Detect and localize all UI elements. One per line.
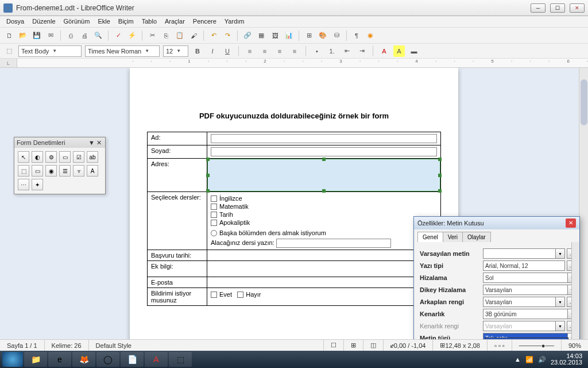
copy-icon[interactable]: ⎘ [160, 30, 172, 41]
status-insert-icon[interactable]: ⊞ [344, 340, 363, 351]
menu-edit[interactable]: Düzenle [28, 16, 59, 27]
prop-field-yazitipi[interactable]: Arial, Normal, 12 [483, 260, 565, 271]
formatted-icon[interactable]: ⬚ [18, 165, 29, 177]
checkbox-evet[interactable]: Evet [211, 291, 232, 298]
wizard-icon[interactable]: ✦ [32, 179, 43, 190]
panel-header[interactable]: Form Denetimleri ▼ ✕ [14, 137, 105, 148]
prop-field-hizalama[interactable]: Sol [483, 273, 568, 283]
task-explorer-icon[interactable]: 📁 [24, 352, 47, 367]
navigator-icon[interactable]: ⊞ [303, 30, 315, 41]
print-icon[interactable]: 🖨 [79, 30, 90, 41]
spell-icon[interactable]: ✓ [113, 30, 124, 41]
menu-file[interactable]: Dosya [2, 16, 28, 27]
new-icon[interactable]: 🗋 [3, 30, 15, 41]
tray-volume-icon[interactable]: 🔊 [538, 356, 546, 363]
table-icon[interactable]: ▦ [256, 30, 267, 41]
status-zoom-slider[interactable]: ─────●── [512, 340, 562, 351]
help-icon[interactable]: ◉ [365, 30, 376, 41]
tray-flag-icon[interactable]: ▲ [514, 356, 521, 363]
status-style[interactable]: Default Style [89, 340, 324, 351]
nonprint-icon[interactable]: ¶ [351, 30, 362, 41]
paragraph-style-combo[interactable]: Text Body▼ [18, 45, 82, 57]
close-button[interactable]: ✕ [570, 3, 585, 13]
textbox-icon[interactable]: ab [87, 151, 98, 163]
horizontal-ruler[interactable]: · · · 1 · · · 2 · · · 3 · · · 4 · · · 5 … [17, 59, 588, 67]
minimize-button[interactable]: ─ [531, 3, 546, 13]
dropdown-arrow-icon[interactable]: ▼ [556, 297, 565, 307]
numbering-icon[interactable]: 1. [326, 45, 338, 57]
outdent-icon[interactable]: ⇤ [341, 45, 353, 57]
menu-help[interactable]: Yardım [220, 16, 249, 27]
autospell-icon[interactable]: ⚡ [126, 30, 138, 41]
align-justify-icon[interactable]: ≡ [289, 45, 300, 57]
datasource-icon[interactable]: ⛁ [331, 30, 342, 41]
design-mode-icon[interactable]: ◐ [32, 151, 43, 163]
listbox-icon[interactable]: ☰ [59, 165, 71, 177]
menu-table[interactable]: Tablo [138, 16, 161, 27]
combobox-icon[interactable]: ▿ [73, 165, 84, 177]
tab-veri[interactable]: Veri [443, 232, 463, 242]
redo-icon[interactable]: ↷ [222, 30, 233, 41]
checkbox-matematik[interactable]: Matematik [211, 203, 437, 210]
cut-icon[interactable]: ✂ [146, 30, 158, 41]
checkbox-icon[interactable]: ☑ [73, 151, 84, 163]
panel-dropdown-icon[interactable]: ▼ [88, 139, 95, 146]
more-icon[interactable]: ⋯ [18, 179, 29, 190]
status-page[interactable]: Sayfa 1 / 1 [0, 340, 45, 351]
prop-field-varsayilan[interactable] [483, 248, 556, 259]
status-zoom[interactable]: 90% [562, 340, 588, 351]
menu-insert[interactable]: Ekle [94, 16, 114, 27]
undo-icon[interactable]: ↶ [208, 30, 219, 41]
link-icon[interactable]: 🔗 [242, 30, 253, 41]
option-icon[interactable]: ◉ [45, 165, 57, 177]
form-controls-panel[interactable]: Form Denetimleri ▼ ✕ ↖ ◐ ⚙ ▭ ☑ ab ⬚ ▭ ◉ … [14, 137, 106, 194]
menu-window[interactable]: Pencere [189, 16, 220, 27]
menu-view[interactable]: Görünüm [60, 16, 94, 27]
save-icon[interactable]: 💾 [31, 30, 42, 41]
pushbutton-icon[interactable]: ▭ [32, 165, 43, 177]
chart-icon[interactable]: 📊 [283, 30, 295, 41]
metinturu-dropdown[interactable]: Tek-satır▼ Tek-satır Çoklu-Satır Biçimle… [485, 338, 568, 339]
paste-icon[interactable]: 📋 [174, 30, 185, 41]
tray-clock[interactable]: 14:0323.02.2013 [551, 353, 582, 366]
indent-icon[interactable]: ⇥ [356, 45, 368, 57]
task-chrome-icon[interactable]: ◯ [96, 352, 119, 367]
checkbox-ingilizce[interactable]: İngilizce [211, 195, 437, 202]
dropdown-arrow-icon[interactable]: ▼ [556, 248, 565, 259]
open-icon[interactable]: 📂 [17, 30, 29, 41]
tab-genel[interactable]: Genel [417, 232, 443, 242]
dialog-close-icon[interactable]: ✕ [566, 218, 576, 228]
menu-tools[interactable]: Araçlar [161, 16, 189, 27]
preview-icon[interactable]: 🔍 [92, 30, 104, 41]
properties-dialog[interactable]: Özellikler: Metin Kutusu ✕ Genel Veri Ol… [413, 216, 580, 339]
form-icon[interactable]: ▭ [59, 151, 71, 163]
highlight-icon[interactable]: A [393, 45, 405, 57]
dialog-titlebar[interactable]: Özellikler: Metin Kutusu ✕ [414, 217, 579, 229]
radio-baska[interactable]: Başka bölümden ders almak istiyorum [211, 229, 437, 236]
checkbox-hayir[interactable]: Hayır [237, 291, 261, 298]
gallery-icon[interactable]: 🎨 [317, 30, 328, 41]
bgcolor-icon[interactable]: ▬ [408, 45, 420, 57]
input-adres-selected[interactable] [207, 159, 440, 191]
bold-icon[interactable]: B [192, 45, 203, 57]
status-view-icons[interactable]: ▫ ▫ ▫ [488, 340, 512, 351]
input-soyad[interactable] [211, 147, 437, 156]
pdf-icon[interactable]: ⎙ [65, 30, 76, 41]
status-lang-icon[interactable]: ☐ [324, 340, 344, 351]
prop-field-kenarlik[interactable]: 3B görünüm [483, 309, 568, 319]
prop-field-arkaplan[interactable]: Varsayılan [483, 297, 556, 307]
vertical-scrollbar[interactable] [579, 68, 588, 339]
tray-network-icon[interactable]: 📶 [525, 356, 533, 363]
menu-format[interactable]: Biçim [114, 16, 138, 27]
italic-icon[interactable]: I [207, 45, 218, 57]
checkbox-apokaliptik[interactable]: Apokaliptik [211, 219, 437, 226]
status-words[interactable]: Kelime: 26 [45, 340, 89, 351]
label-icon[interactable]: A [87, 165, 98, 177]
image-icon[interactable]: 🖼 [269, 30, 281, 41]
align-center-icon[interactable]: ≡ [259, 45, 270, 57]
tab-olaylar[interactable]: Olaylar [462, 232, 491, 242]
status-sel-icon[interactable]: ◫ [363, 340, 384, 351]
task-app-icon[interactable]: ⬚ [169, 352, 192, 367]
input-ders[interactable] [276, 239, 391, 248]
mail-icon[interactable]: ✉ [45, 30, 56, 41]
